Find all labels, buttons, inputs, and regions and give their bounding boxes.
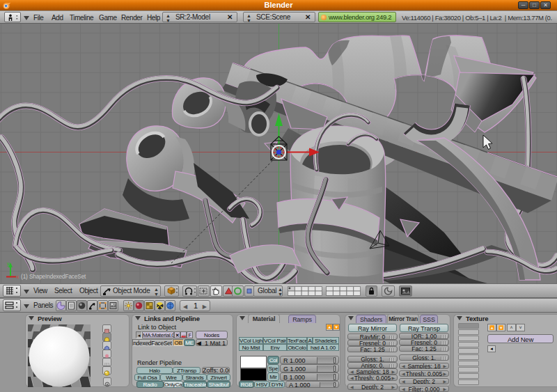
svg-text:x: x — [17, 274, 19, 279]
svg-text:y: y — [7, 261, 10, 267]
svg-text:(1) ShapeIndexedFaceSet: (1) ShapeIndexedFaceSet — [21, 274, 86, 280]
